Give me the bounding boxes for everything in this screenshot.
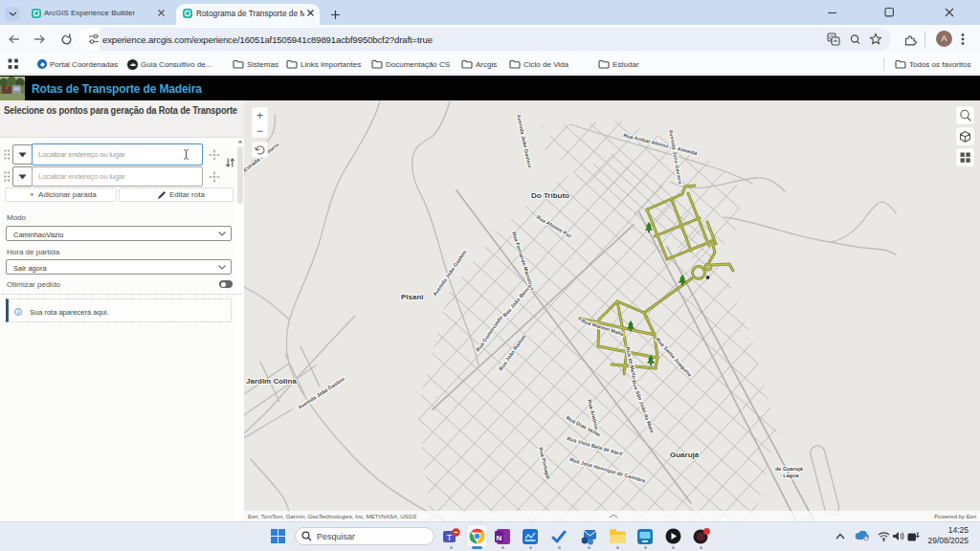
svg-text:Guarujá: Guarujá [670,451,700,459]
svg-text:T: T [447,533,453,542]
svg-text:Do Tributo: Do Tributo [531,191,569,200]
svg-text:Jardim Colina: Jardim Colina [246,377,297,386]
svg-text:Esri, TomTom, Garmin, GeoTechn: Esri, TomTom, Garmin, GeoTechnologies, I… [248,514,416,519]
svg-text:Powered by Esri: Powered by Esri [934,514,976,519]
svg-text:de Guarujá: de Guarujá [775,466,804,472]
svg-text:−: − [256,124,263,138]
svg-text:Pisani: Pisani [401,293,424,301]
svg-text:+: + [256,109,263,122]
svg-text:- Lagoa: - Lagoa [780,473,799,478]
svg-text:N: N [497,534,502,542]
